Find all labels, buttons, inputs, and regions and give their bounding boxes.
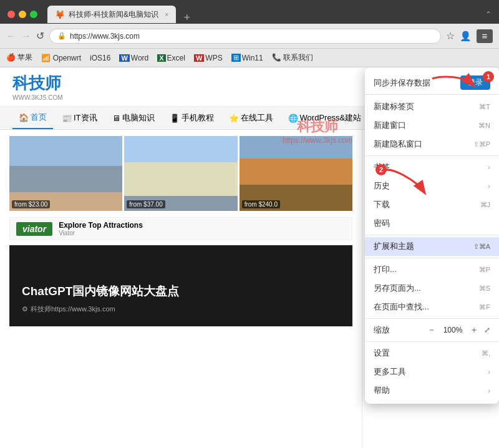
nav-item-wordpress[interactable]: 🌐 WordPress&建站 (282, 107, 368, 129)
dropdown-arrow-moretools: › (488, 368, 490, 376)
zoom-fullscreen-btn[interactable]: ⤢ (484, 326, 490, 334)
nav-item-home[interactable]: 🏠 首页 (12, 107, 53, 129)
viator-logo: viator (16, 222, 52, 236)
price-tag-3: from $240.0 (242, 200, 280, 208)
tab-title: 科技师-科技新闻&电脑知识 (69, 9, 158, 20)
page-content: 科技师 WWW.3KJS.COM 🏠 首页 📰 IT资讯 🖥 电脑知识 📱 手机… (0, 67, 499, 448)
bookmark-word[interactable]: W Word (119, 54, 148, 62)
logo-url: WWW.3KJS.COM (12, 94, 63, 101)
dropdown-shortcut-extensions: ⇧⌘A (473, 243, 490, 251)
dropdown-item-newwin[interactable]: 新建窗口 ⌘N (365, 116, 499, 135)
lock-icon: 🔒 (57, 32, 66, 40)
zoom-value: 100% (442, 326, 464, 334)
num-badge-1: 1 (483, 71, 494, 82)
dropdown-item-help[interactable]: 帮助 › (365, 381, 499, 400)
browser-chrome: 🦊 科技师-科技新闻&电脑知识 × + ⌃ ← → ↺ 🔒 https://ww… (0, 0, 499, 67)
images-row: from $23.00 from $37.00 from $240.0 (0, 130, 362, 217)
dropdown-label-extensions: 扩展和主题 (374, 241, 473, 252)
dropdown-label-private: 新建隐私窗口 (374, 139, 473, 150)
article-title: ChatGPT国内镜像网站大盘点 (22, 283, 340, 299)
nav-bar: ← → ↺ 🔒 https://www.3kjs.com ☆ 👤 ≡ (0, 24, 499, 49)
dropdown-shortcut-find: ⌘F (479, 303, 490, 311)
new-tab-btn[interactable]: + (178, 12, 195, 23)
content-left: from $23.00 from $37.00 from $240.0 viat… (0, 130, 362, 448)
bookmark-star-icon[interactable]: ☆ (446, 30, 455, 42)
bookmark-ios16[interactable]: iOS16 (90, 54, 110, 62)
site-logo: 科技师 WWW.3KJS.COM (12, 72, 63, 101)
divider-4 (365, 318, 499, 319)
title-bar: 🦊 科技师-科技新闻&电脑知识 × + ⌃ (0, 0, 499, 24)
bookmark-contact[interactable]: 📞 联系我们 (272, 52, 313, 63)
dropdown-label-find: 在页面中查找... (374, 301, 479, 313)
traffic-light-yellow[interactable] (19, 11, 26, 18)
nav-item-pc[interactable]: 🖥 电脑知识 (106, 107, 161, 129)
dropdown-item-passwords[interactable]: 密码 (365, 214, 499, 233)
dropdown-shortcut-private: ⇧⌘P (473, 140, 490, 149)
refresh-btn[interactable]: ↺ (36, 30, 44, 42)
article-url: ⚙ 科技师https://www.3kjs.com (22, 304, 340, 314)
traffic-light-red[interactable] (7, 11, 15, 18)
traffic-lights (7, 11, 37, 18)
price-tag-1: from $23.00 (12, 200, 50, 208)
bookmarks-bar: 🍎 苹果 📶 Openwrt iOS16 W Word X Excel W WP… (0, 49, 499, 67)
bookmark-win11[interactable]: ⊞ Win11 (231, 54, 263, 62)
divider-3 (365, 258, 499, 258)
bookmark-excel[interactable]: X Excel (157, 54, 185, 62)
bookmark-apple[interactable]: 🍎 苹果 (6, 52, 32, 63)
bookmark-openwrt[interactable]: 📶 Openwrt (41, 54, 81, 62)
gear-icon: ⚙ (22, 305, 28, 313)
forward-btn[interactable]: → (21, 31, 31, 42)
traffic-light-green[interactable] (30, 11, 37, 18)
zoom-minus-btn[interactable]: － (425, 324, 438, 336)
dropdown-item-saveas[interactable]: 另存页面为... ⌘S (365, 279, 499, 298)
dropdown-label-settings: 设置 (374, 348, 482, 359)
nav-item-mobile[interactable]: 📱 手机教程 (163, 107, 220, 129)
account-icon[interactable]: 👤 (460, 31, 472, 42)
browser-tab[interactable]: 🦊 科技师-科技新闻&电脑知识 × (47, 6, 176, 23)
divider-1 (365, 155, 499, 156)
arrow-2 (382, 164, 432, 204)
dropdown-shortcut-print: ⌘P (479, 266, 490, 274)
image-card-3: from $240.0 (240, 136, 352, 211)
dropdown-label-newtab: 新建标签页 (374, 101, 479, 112)
dropdown-label-saveas: 另存页面为... (374, 283, 479, 294)
divider-5 (365, 341, 499, 342)
dropdown-item-newtab[interactable]: 新建标签页 ⌘T (365, 97, 499, 116)
divider-2 (365, 235, 499, 235)
zoom-plus-btn[interactable]: ＋ (468, 324, 480, 336)
bookmark-wps[interactable]: W WPS (194, 54, 223, 62)
dropdown-shortcut-newwin: ⌘N (478, 122, 490, 130)
tab-close-btn[interactable]: × (165, 11, 168, 18)
arrow-1 (429, 72, 479, 100)
price-tag-2: from $37.00 (127, 200, 165, 208)
menu-button[interactable]: ≡ (477, 29, 493, 43)
viator-title: Explore Top Attractions (59, 221, 143, 230)
image-card-1: from $23.00 (9, 136, 122, 211)
dropdown-label-help: 帮助 (374, 385, 488, 396)
dropdown-item-find[interactable]: 在页面中查找... ⌘F (365, 298, 499, 316)
dropdown-label-print: 打印... (374, 264, 479, 275)
dropdown-item-print[interactable]: 打印... ⌘P (365, 260, 499, 279)
dropdown-label-zoom: 缩放 (374, 324, 422, 336)
dropdown-label-passwords: 密码 (374, 218, 490, 229)
address-text: https://www.3kjs.com (70, 32, 140, 41)
dropdown-item-private[interactable]: 新建隐私窗口 ⇧⌘P (365, 135, 499, 153)
num-badge-2: 2 (375, 164, 387, 175)
window-controls: ⌃ (485, 10, 492, 19)
dropdown-arrow-history: › (488, 182, 490, 190)
dropdown-arrow-help: › (488, 387, 490, 394)
nav-item-tools[interactable]: ⭐ 在线工具 (223, 107, 279, 129)
dropdown-item-moretools[interactable]: 更多工具 › (365, 363, 499, 381)
dropdown-item-settings[interactable]: 设置 ⌘, (365, 344, 499, 363)
dropdown-item-extensions[interactable]: 扩展和主题 ⇧⌘A (365, 237, 499, 256)
dropdown-shortcut-newtab: ⌘T (479, 103, 490, 111)
logo-text: 科技师 (12, 72, 63, 94)
back-btn[interactable]: ← (6, 31, 16, 42)
viator-ad[interactable]: viator Explore Top Attractions Viator (9, 217, 352, 240)
dropdown-menu: 同步并保存数据 登录 新建标签页 ⌘T 新建窗口 ⌘N 新建隐私窗口 ⇧⌘P 书… (365, 67, 499, 404)
dropdown-item-zoom[interactable]: 缩放 － 100% ＋ ⤢ (365, 321, 499, 339)
tab-favicon: 🦊 (55, 10, 65, 19)
address-bar[interactable]: 🔒 https://www.3kjs.com (49, 29, 441, 44)
big-article[interactable]: ChatGPT国内镜像网站大盘点 ⚙ 科技师https://www.3kjs.c… (9, 245, 352, 326)
nav-item-it[interactable]: 📰 IT资讯 (56, 107, 104, 129)
